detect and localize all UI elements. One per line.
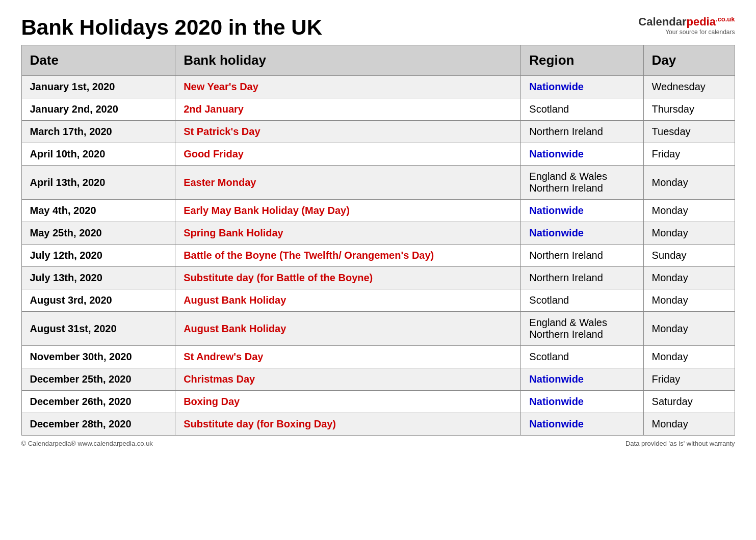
cell-region: England & WalesNorthern Ireland [521,166,643,200]
cell-day: Monday [643,289,735,312]
cell-holiday: Easter Monday [175,166,521,200]
cell-date: January 2nd, 2020 [21,98,175,121]
cell-region: Nationwide [521,76,643,98]
col-region: Region [521,45,643,76]
cell-region: Nationwide [521,368,643,391]
cell-region: Nationwide [521,143,643,166]
cell-date: April 13th, 2020 [21,166,175,200]
table-row: January 2nd, 20202nd JanuaryScotlandThur… [21,98,735,121]
cell-region: Nationwide [521,413,643,436]
logo-pedia-text: pedia [686,15,715,28]
cell-day: Friday [643,143,735,166]
table-row: November 30th, 2020St Andrew's DayScotla… [21,346,735,368]
cell-day: Monday [643,222,735,245]
logo-subtitle: Your source for calendars [638,29,735,36]
table-body: January 1st, 2020New Year's DayNationwid… [21,76,735,436]
cell-day: Monday [643,200,735,222]
cell-region: Scotland [521,289,643,312]
footer-area: © Calendarpedia® www.calendarpedia.co.uk… [21,440,735,447]
table-row: August 3rd, 2020August Bank HolidayScotl… [21,289,735,312]
logo-area: Calendarpedia.co.uk Your source for cale… [638,15,735,36]
cell-holiday: August Bank Holiday [175,312,521,346]
cell-holiday: August Bank Holiday [175,289,521,312]
table-row: August 31st, 2020August Bank HolidayEngl… [21,312,735,346]
header-row: Date Bank holiday Region Day [21,45,735,76]
cell-day: Monday [643,413,735,436]
col-day: Day [643,45,735,76]
cell-holiday: St Patrick's Day [175,121,521,143]
col-holiday: Bank holiday [175,45,521,76]
cell-day: Tuesday [643,121,735,143]
table-row: December 25th, 2020Christmas DayNationwi… [21,368,735,391]
cell-day: Monday [643,346,735,368]
cell-holiday: Spring Bank Holiday [175,222,521,245]
cell-day: Monday [643,166,735,200]
cell-day: Monday [643,267,735,289]
table-row: December 28th, 2020Substitute day (for B… [21,413,735,436]
table-row: May 4th, 2020Early May Bank Holiday (May… [21,200,735,222]
table-row: December 26th, 2020Boxing DayNationwideS… [21,391,735,413]
cell-region: Nationwide [521,391,643,413]
table-row: July 12th, 2020Battle of the Boyne (The … [21,245,735,267]
cell-date: May 25th, 2020 [21,222,175,245]
cell-date: May 4th, 2020 [21,200,175,222]
table-row: May 25th, 2020Spring Bank HolidayNationw… [21,222,735,245]
cell-day: Monday [643,312,735,346]
cell-holiday: Battle of the Boyne (The Twelfth/ Orange… [175,245,521,267]
cell-date: August 31st, 2020 [21,312,175,346]
footer-right: Data provided 'as is' without warranty [625,440,735,447]
cell-date: January 1st, 2020 [21,76,175,98]
logo-calendar-text: Calendar [638,15,686,28]
table-row: April 10th, 2020Good FridayNationwideFri… [21,143,735,166]
cell-region: England & WalesNorthern Ireland [521,312,643,346]
table-row: January 1st, 2020New Year's DayNationwid… [21,76,735,98]
cell-date: July 13th, 2020 [21,267,175,289]
cell-region: Scotland [521,98,643,121]
cell-holiday: Early May Bank Holiday (May Day) [175,200,521,222]
cell-holiday: Boxing Day [175,391,521,413]
logo-brand: Calendarpedia.co.uk [638,15,735,29]
cell-region: Northern Ireland [521,267,643,289]
cell-date: December 25th, 2020 [21,368,175,391]
cell-region: Northern Ireland [521,245,643,267]
cell-day: Friday [643,368,735,391]
cell-day: Saturday [643,391,735,413]
cell-day: Sunday [643,245,735,267]
cell-region: Nationwide [521,200,643,222]
table-header: Date Bank holiday Region Day [21,45,735,76]
cell-region: Nationwide [521,222,643,245]
cell-date: April 10th, 2020 [21,143,175,166]
cell-region: Scotland [521,346,643,368]
cell-holiday: Substitute day (for Battle of the Boyne) [175,267,521,289]
holidays-table: Date Bank holiday Region Day January 1st… [21,45,735,436]
cell-holiday: New Year's Day [175,76,521,98]
cell-holiday: St Andrew's Day [175,346,521,368]
table-row: March 17th, 2020St Patrick's DayNorthern… [21,121,735,143]
header-area: Bank Holidays 2020 in the UK Calendarped… [21,15,735,40]
cell-date: November 30th, 2020 [21,346,175,368]
cell-holiday: Substitute day (for Boxing Day) [175,413,521,436]
col-date: Date [21,45,175,76]
cell-date: December 26th, 2020 [21,391,175,413]
table-row: July 13th, 2020Substitute day (for Battl… [21,267,735,289]
cell-holiday: Christmas Day [175,368,521,391]
page-wrapper: Bank Holidays 2020 in the UK Calendarped… [11,10,745,452]
footer-left: © Calendarpedia® www.calendarpedia.co.uk [21,440,153,447]
table-row: April 13th, 2020Easter MondayEngland & W… [21,166,735,200]
cell-holiday: 2nd January [175,98,521,121]
cell-date: August 3rd, 2020 [21,289,175,312]
cell-date: December 28th, 2020 [21,413,175,436]
cell-day: Thursday [643,98,735,121]
logo-co-text: .co.uk [716,15,735,23]
cell-region: Northern Ireland [521,121,643,143]
cell-holiday: Good Friday [175,143,521,166]
cell-date: March 17th, 2020 [21,121,175,143]
page-title: Bank Holidays 2020 in the UK [21,15,323,40]
cell-day: Wednesday [643,76,735,98]
cell-date: July 12th, 2020 [21,245,175,267]
